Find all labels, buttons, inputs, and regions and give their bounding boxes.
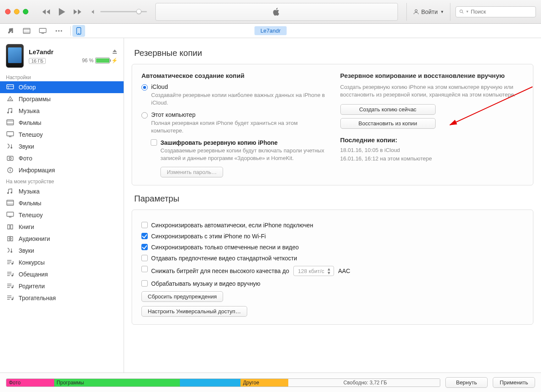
sidebar-item-movies-3[interactable]: Фильмы [0, 117, 124, 129]
svg-rect-38 [7, 212, 14, 216]
bitrate-select[interactable]: 128 кбит/с▲▼ [293, 266, 334, 276]
minimize-window-button[interactable] [14, 9, 19, 14]
sidebar-item-photos-6[interactable]: Фото [0, 152, 124, 164]
prev-track-button[interactable] [40, 7, 53, 17]
params-heading: Параметры [134, 194, 533, 204]
sidebar-item-label: Телешоу [19, 212, 43, 218]
opt-sd-checkbox[interactable] [141, 255, 148, 261]
sidebar-item-audiobooks-4[interactable]: Аудиокниги [0, 233, 124, 245]
opt-bitrate-checkbox[interactable] [141, 266, 148, 272]
accessibility-button[interactable]: Настроить Универсальный доступ… [141, 306, 247, 317]
volume-slider[interactable] [100, 11, 147, 12]
restore-backup-button[interactable]: Восстановить из копии [340, 118, 436, 129]
auto-backup-heading: Автоматическое создание копий [141, 72, 325, 79]
change-password-button[interactable]: Изменить пароль… [160, 167, 223, 177]
more-tab-icon[interactable] [52, 25, 65, 37]
svg-point-10 [55, 30, 57, 31]
opt-checked-only-label: Синхронизировать только отмеченные песни… [151, 244, 299, 251]
sidebar-section-settings: Настройки [0, 72, 124, 81]
opt-bitrate-pre: Снижать битрейт для песен высокого качес… [151, 268, 289, 274]
eject-icon[interactable] [112, 48, 118, 54]
movies-tab-icon[interactable] [20, 25, 33, 37]
battery-indicator: 96 % ⚡ [82, 58, 118, 63]
play-button[interactable] [55, 7, 68, 17]
sidebar-item-label: Телешоу [19, 131, 43, 138]
thispc-radio-row[interactable]: Этот компьютер [141, 111, 325, 119]
radio-icloud[interactable] [141, 84, 148, 91]
svg-point-4 [11, 31, 13, 33]
sidebar-item-apps-1[interactable]: Программы [0, 93, 124, 105]
sidebar-item-playlist-7[interactable]: Обещания [0, 268, 124, 280]
opt-manual-checkbox[interactable] [141, 280, 148, 287]
media-type-bar: Le7andr [0, 24, 541, 38]
opt-autosync-row[interactable]: Синхронизировать автоматически, если iPh… [141, 222, 524, 229]
next-track-button[interactable] [71, 7, 83, 17]
opt-wifi-checkbox[interactable] [141, 233, 148, 239]
opt-checked-only-checkbox[interactable] [141, 244, 148, 250]
music-tab-icon[interactable] [4, 25, 17, 37]
sidebar-item-movies-1[interactable]: Фильмы [0, 197, 124, 209]
device-name-chip[interactable]: Le7andr [254, 26, 287, 35]
sidebar-item-music-2[interactable]: Музыка [0, 105, 124, 117]
opt-sd-row[interactable]: Отдавать предпочтение видео стандартной … [141, 255, 524, 262]
radio-thispc[interactable] [141, 112, 148, 119]
sidebar-item-label: Аудиокниги [19, 235, 50, 242]
params-panel: Синхронизировать автоматически, если iPh… [132, 210, 533, 325]
bitrate-codec: AAC [338, 268, 351, 274]
sidebar-item-books-3[interactable]: Книги [0, 221, 124, 233]
main-area: Le7andr 16 ГБ 96 % ⚡ Настройки ОбзорПрог… [0, 38, 541, 373]
icloud-radio-row[interactable]: iCloud [141, 83, 325, 91]
battery-pct: 96 % [82, 58, 94, 63]
opt-autosync-checkbox[interactable] [141, 222, 148, 228]
svg-point-11 [58, 30, 59, 31]
sidebar-item-label: Фильмы [19, 200, 41, 207]
overview-icon [6, 83, 14, 91]
sidebar-item-music-0[interactable]: Музыка [0, 185, 124, 197]
sidebar-item-playlist-9[interactable]: Трогательная [0, 292, 124, 304]
tv-icon [6, 131, 14, 138]
search-field[interactable]: ▼ [455, 6, 536, 17]
sidebar-item-playlist-8[interactable]: Родители [0, 280, 124, 292]
sidebar-item-info-7[interactable]: Информация [0, 164, 124, 176]
encrypt-desc: Создаваемые резервные копии будут включа… [160, 147, 325, 162]
reset-warnings-button[interactable]: Сбросить предупреждения [141, 291, 223, 302]
svg-rect-24 [7, 132, 14, 136]
opt-checked-only-row[interactable]: Синхронизировать только отмеченные песни… [141, 244, 524, 251]
sidebar-item-overview-0[interactable]: Обзор [0, 81, 124, 93]
sidebar-item-tv-2[interactable]: Телешоу [0, 209, 124, 221]
apply-button[interactable]: Применить [493, 377, 535, 388]
volume-control[interactable] [91, 9, 147, 15]
encrypt-check-row[interactable]: Зашифровать резервную копию iPhone [151, 139, 325, 146]
svg-point-33 [7, 192, 9, 194]
sidebar-item-playlist-6[interactable]: Конкурсы [0, 257, 124, 268]
opt-bitrate-row[interactable]: Снижать битрейт для песен высокого качес… [141, 266, 524, 276]
content-pane: Резервные копии Автоматическое создание … [124, 38, 541, 373]
device-capacity-badge: 16 ГБ [29, 58, 46, 64]
sidebar-item-label: Звуки [19, 247, 34, 254]
account-menu[interactable]: Войти ▼ [406, 3, 450, 21]
opt-wifi-row[interactable]: Синхронизировать с этим iPhone по Wi-Fi [141, 233, 524, 240]
backup-now-button[interactable]: Создать копию сейчас [340, 104, 436, 115]
svg-point-12 [61, 30, 62, 31]
encrypt-checkbox[interactable] [151, 139, 157, 146]
device-tab-icon[interactable] [72, 25, 85, 37]
sidebar-item-tones-5[interactable]: Звуки [0, 245, 124, 257]
tones-icon [6, 143, 14, 150]
opt-autosync-label: Синхронизировать автоматически, если iPh… [151, 222, 313, 229]
tv-tab-icon[interactable] [36, 25, 49, 37]
last-backup-line-1: 18.01.16, 10:05 в iCloud [340, 146, 524, 155]
charging-icon: ⚡ [111, 58, 118, 63]
window-titlebar: Войти ▼ ▼ [0, 0, 541, 24]
encrypt-label: Зашифровать резервную копию iPhone [160, 139, 278, 146]
svg-point-3 [8, 32, 10, 33]
close-window-button[interactable] [5, 9, 11, 14]
playback-controls [40, 7, 83, 17]
sidebar-item-label: Фото [19, 155, 32, 162]
search-input[interactable] [471, 8, 532, 15]
revert-button[interactable]: Вернуть [445, 377, 488, 388]
opt-manual-row[interactable]: Обрабатывать музыку и видео вручную [141, 280, 524, 287]
sidebar-item-tones-5[interactable]: Звуки [0, 141, 124, 152]
playlist-icon [6, 259, 14, 266]
maximize-window-button[interactable] [23, 9, 28, 14]
sidebar-item-tv-4[interactable]: Телешоу [0, 129, 124, 141]
